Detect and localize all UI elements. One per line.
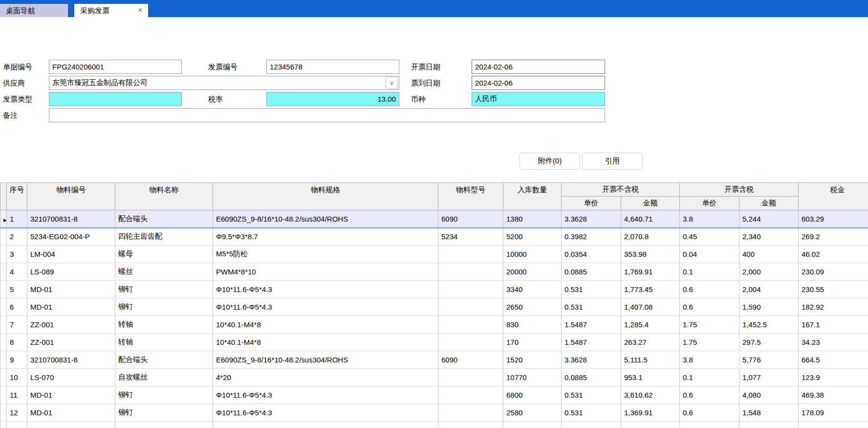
- table-cell-qty[interactable]: 6800: [503, 386, 562, 404]
- table-row[interactable]: 6MD-01铆钉Φ10*11.6-Φ5*4.326500.5311,407.08…: [0, 298, 868, 316]
- table-cell-amt_ex[interactable]: 1,769.91: [621, 263, 680, 281]
- table-cell-price_in[interactable]: 1.75: [680, 334, 739, 351]
- table-cell-price_ex[interactable]: 1.5487: [562, 334, 621, 351]
- col-header-amount-excl[interactable]: 金额: [621, 197, 680, 210]
- table-cell-price_ex[interactable]: [562, 422, 621, 428]
- invoice-date-input[interactable]: [472, 60, 605, 74]
- table-cell-spec[interactable]: 10*40.1-M4*8: [213, 316, 438, 334]
- table-row[interactable]: 8ZZ-001转轴10*40.1-M4*81701.5487263.271.75…: [0, 334, 868, 351]
- table-cell-price_ex[interactable]: 0.3982: [562, 228, 621, 246]
- close-icon[interactable]: ×: [136, 4, 144, 17]
- table-cell-amt_ex[interactable]: 3,610.62: [621, 386, 680, 404]
- table-cell-name[interactable]: 铆钉: [115, 404, 213, 422]
- table-cell-price_in[interactable]: 0.6: [680, 404, 739, 422]
- col-header-material-name[interactable]: 物料名称: [115, 183, 213, 210]
- table-cell-price_ex[interactable]: 0.531: [562, 281, 621, 298]
- col-header-stockin-qty[interactable]: 入库数量: [503, 183, 562, 210]
- row-selector-cell[interactable]: [0, 298, 7, 316]
- table-cell-tax[interactable]: 46.02: [799, 246, 868, 263]
- table-row[interactable]: ▶13210700831-8配合端头E6090ZS_9-8/16*10-48.2…: [0, 210, 868, 228]
- table-cell-code[interactable]: LS-089: [27, 263, 115, 281]
- table-cell-name[interactable]: 四轮主齿齿配: [115, 228, 213, 246]
- table-cell-amt_in[interactable]: 1,077: [739, 369, 799, 386]
- row-selector-cell[interactable]: [0, 422, 7, 428]
- table-cell-qty[interactable]: 5200: [503, 228, 562, 246]
- table-cell-price_ex[interactable]: 3.3628: [562, 210, 621, 228]
- table-cell-qty[interactable]: 2580: [503, 404, 562, 422]
- row-selector-cell[interactable]: [0, 281, 7, 298]
- table-cell-model[interactable]: [438, 422, 503, 428]
- table-cell-price_ex[interactable]: 0.0354: [562, 246, 621, 263]
- table-cell-qty[interactable]: 170: [503, 334, 562, 351]
- reference-button[interactable]: 引用: [582, 153, 643, 170]
- table-cell-spec[interactable]: Φ9.5*Φ3*8.7: [213, 228, 438, 246]
- row-selector-cell[interactable]: [0, 334, 7, 351]
- remark-input[interactable]: [49, 108, 605, 122]
- table-cell-amt_in[interactable]: 297.5: [739, 334, 799, 351]
- table-cell-price_in[interactable]: [680, 422, 739, 428]
- table-cell-model[interactable]: [438, 298, 503, 316]
- table-cell-spec[interactable]: E6090ZS_9-8/16*10-48.2/sus304/ROHS: [213, 210, 438, 228]
- table-cell-seq[interactable]: 3: [7, 246, 27, 263]
- supplier-input[interactable]: [49, 76, 399, 90]
- currency-input[interactable]: [472, 92, 605, 106]
- table-cell-amt_ex[interactable]: 2,070.8: [621, 228, 680, 246]
- table-cell-name[interactable]: 铆钉: [115, 281, 213, 298]
- table-cell-name[interactable]: 螺丝: [115, 263, 213, 281]
- table-cell-model[interactable]: [438, 386, 503, 404]
- col-header-unit-price-excl[interactable]: 单价: [562, 197, 621, 210]
- table-cell-tax[interactable]: [799, 422, 868, 428]
- table-cell-price_in[interactable]: 3.8: [680, 351, 739, 369]
- table-cell-model[interactable]: [438, 281, 503, 298]
- table-cell-amt_in[interactable]: 4,080: [739, 386, 799, 404]
- table-cell-tax[interactable]: 230.09: [799, 263, 868, 281]
- invoice-type-input[interactable]: [49, 92, 182, 106]
- table-cell-qty[interactable]: 20000: [503, 263, 562, 281]
- table-cell-spec[interactable]: Φ10*11.6-Φ5*4.3: [213, 281, 438, 298]
- table-row[interactable]: 10LS-070自攻螺丝4*20107700.0885953.10.11,077…: [0, 369, 868, 386]
- table-cell-code[interactable]: [27, 422, 115, 428]
- row-selector-cell[interactable]: [0, 351, 7, 369]
- col-header-unit-price-incl[interactable]: 单价: [680, 197, 739, 210]
- table-cell-name[interactable]: 配合端头: [115, 210, 213, 228]
- table-cell-model[interactable]: [438, 404, 503, 422]
- table-row[interactable]: 4LS-089螺丝PWM4*8*10200000.08851,769.910.1…: [0, 263, 868, 281]
- table-cell-amt_ex[interactable]: 5,111.5: [621, 351, 680, 369]
- row-selector-cell[interactable]: [0, 369, 7, 386]
- arrival-date-input[interactable]: [472, 76, 605, 90]
- table-cell-price_ex[interactable]: 0.0885: [562, 369, 621, 386]
- table-row[interactable]: 93210700831-8配合端头E6090ZS_9-8/16*10-48.2/…: [0, 351, 868, 369]
- table-cell-model[interactable]: [438, 369, 503, 386]
- row-selector-cell[interactable]: [0, 228, 7, 246]
- table-cell-name[interactable]: 铆钉: [115, 386, 213, 404]
- table-cell-qty[interactable]: [503, 422, 562, 428]
- table-cell-name[interactable]: 自攻螺丝: [115, 369, 213, 386]
- table-cell-amt_in[interactable]: 1,548: [739, 404, 799, 422]
- table-cell-tax[interactable]: 178.09: [799, 404, 868, 422]
- table-cell-amt_in[interactable]: 1,590: [739, 298, 799, 316]
- table-cell-price_ex[interactable]: 0.531: [562, 404, 621, 422]
- col-header-seq[interactable]: 序号: [7, 183, 27, 210]
- table-cell-price_in[interactable]: 3.8: [680, 210, 739, 228]
- table-row[interactable]: 3LM-004螺母M5*5防松100000.0354353.980.044004…: [0, 246, 868, 263]
- chevron-down-icon[interactable]: ∨: [386, 77, 398, 89]
- table-cell-spec[interactable]: 10*40.1-M4*8: [213, 334, 438, 351]
- table-cell-amt_ex[interactable]: 953.1: [621, 369, 680, 386]
- table-cell-price_in[interactable]: 0.6: [680, 298, 739, 316]
- table-cell-tax[interactable]: 123.9: [799, 369, 868, 386]
- table-cell-qty[interactable]: 3340: [503, 281, 562, 298]
- col-group-incl-tax[interactable]: 开票含税: [680, 183, 799, 197]
- table-cell-code[interactable]: 3210700831-8: [27, 210, 115, 228]
- table-cell-spec[interactable]: Φ10*11.6-Φ5*4.3: [213, 298, 438, 316]
- table-cell-spec[interactable]: M5*5防松: [213, 246, 438, 263]
- table-cell-model[interactable]: 6090: [438, 210, 503, 228]
- table-cell-code[interactable]: ZZ-001: [27, 316, 115, 334]
- table-cell-tax[interactable]: 167.1: [799, 316, 868, 334]
- table-cell-tax[interactable]: 269.2: [799, 228, 868, 246]
- table-cell-amt_in[interactable]: 400: [739, 246, 799, 263]
- table-cell-code[interactable]: LM-004: [27, 246, 115, 263]
- table-cell-code[interactable]: 5234-EG02-004-P: [27, 228, 115, 246]
- table-cell-code[interactable]: LS-070: [27, 369, 115, 386]
- table-cell-tax[interactable]: 469.38: [799, 386, 868, 404]
- table-cell-model[interactable]: 5234: [438, 228, 503, 246]
